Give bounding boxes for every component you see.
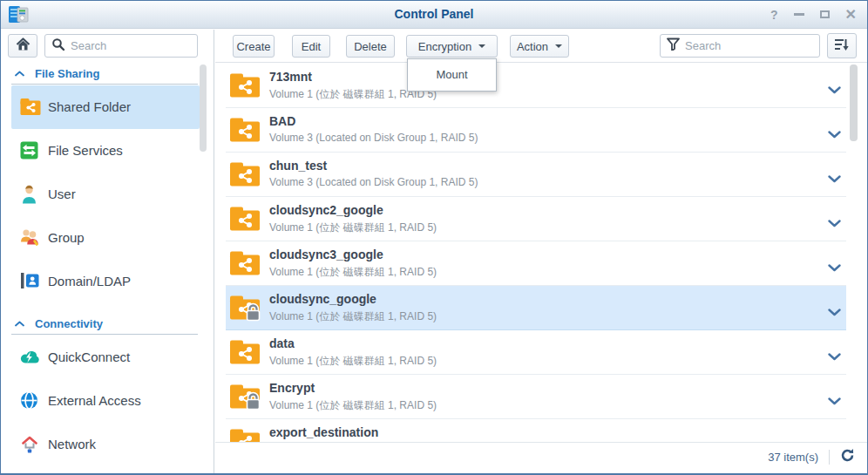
sidebar: File SharingShared FolderFile ServicesUs… (1, 30, 214, 473)
shared-folder-icon (229, 339, 261, 366)
create-button[interactable]: Create (233, 35, 275, 58)
item-count: 37 item(s) (768, 451, 818, 464)
folder-volume-info: Volume 1 (位於 磁碟群組 1, RAID 5) (269, 309, 437, 324)
button-label: Edit (302, 40, 321, 53)
section-header-connectivity[interactable]: Connectivity (1, 312, 214, 331)
minimize-button[interactable] (794, 13, 804, 16)
caret-down-icon (478, 44, 485, 51)
home-icon (16, 37, 31, 55)
home-button[interactable] (8, 34, 37, 58)
maximize-button[interactable] (820, 10, 830, 18)
sidebar-item-label: Group (48, 216, 85, 260)
maximize-icon (820, 10, 830, 18)
quickconnect-icon (20, 348, 41, 367)
folder-volume-info: Volume 3 (Located on Disk Group 1, RAID … (269, 176, 478, 188)
window-title: Control Panel (1, 1, 867, 28)
folder-row-bad[interactable]: BADVolume 3 (Located on Disk Group 1, RA… (226, 108, 846, 153)
footer-divider (829, 450, 830, 465)
folder-row-export-destination[interactable]: export_destination (226, 419, 846, 442)
sort-icon (834, 37, 850, 55)
refresh-icon (840, 448, 855, 466)
control-panel-window: Control Panel ?✕ File SharingShared Fol (0, 0, 868, 475)
folder-volume-info: Volume 3 (Located on Disk Group 1, RAID … (269, 132, 478, 144)
refresh-button[interactable] (840, 448, 855, 466)
sidebar-item-file-services[interactable]: File Services (11, 129, 200, 173)
button-label: Delete (354, 40, 387, 53)
shared-folder-icon (229, 72, 261, 99)
section-label: Connectivity (35, 317, 103, 330)
list-filter-input[interactable] (685, 39, 813, 52)
edit-button[interactable]: Edit (292, 35, 330, 58)
main-panel: CreateEditDeleteEncryptionAction (215, 30, 867, 473)
chevron-down-icon[interactable] (828, 215, 841, 231)
folder-row-chun-test[interactable]: chun_testVolume 3 (Located on Disk Group… (226, 153, 846, 197)
section-label: File Sharing (35, 67, 99, 80)
shared-folder-icon (20, 98, 41, 117)
sidebar-item-external-access[interactable]: External Access (11, 379, 200, 423)
user-icon (20, 185, 41, 204)
folder-row-cloudsync2-google[interactable]: cloudsync2_googleVolume 1 (位於 磁碟群組 1, RA… (226, 197, 846, 241)
chevron-down-icon[interactable] (828, 126, 841, 142)
sidebar-item-label: Shared Folder (48, 85, 131, 129)
shared-folder-list: 713mntVolume 1 (位於 磁碟群組 1, RAID 5)BADVol… (226, 64, 846, 442)
sidebar-item-quickconnect[interactable]: QuickConnect (11, 336, 200, 379)
folder-name: data (269, 336, 295, 350)
folder-volume-info: Volume 1 (位於 磁碟群組 1, RAID 5) (269, 221, 437, 235)
folder-volume-info: Volume 1 (位於 磁碟群組 1, RAID 5) (269, 398, 437, 413)
folder-row-cloudsync-google[interactable]: cloudsync_googleVolume 1 (位於 磁碟群組 1, RAI… (226, 286, 846, 330)
sort-button[interactable] (827, 33, 857, 58)
folder-name: 713mnt (269, 70, 312, 84)
domain-ldap-icon (20, 272, 41, 291)
titlebar: Control Panel ?✕ (1, 1, 867, 29)
sidebar-item-label: QuickConnect (48, 336, 130, 379)
folder-name: cloudsync_google (269, 292, 376, 306)
menu-item-mount[interactable]: Mount (408, 59, 496, 91)
folder-row-cloudsync3-google[interactable]: cloudsync3_googleVolume 1 (位於 磁碟群組 1, RA… (226, 241, 846, 286)
sidebar-sections: File SharingShared FolderFile ServicesUs… (1, 62, 214, 466)
folder-name: cloudsync3_google (269, 248, 383, 261)
encryption-button[interactable]: Encryption (406, 35, 498, 58)
section-divider (11, 334, 198, 335)
sidebar-item-label: User (48, 173, 76, 216)
sidebar-item-label: Network (48, 423, 96, 466)
sidebar-item-network[interactable]: Network (11, 423, 200, 466)
external-access-icon (20, 391, 41, 411)
chevron-down-icon[interactable] (828, 171, 841, 187)
chevron-down-icon[interactable] (828, 393, 841, 409)
window-controls: ?✕ (770, 1, 857, 28)
folder-row-713mnt[interactable]: 713mntVolume 1 (位於 磁碟群組 1, RAID 5) (226, 64, 846, 108)
sidebar-item-label: External Access (48, 379, 141, 423)
close-button[interactable]: ✕ (845, 8, 857, 22)
help-button[interactable]: ? (770, 9, 778, 21)
sidebar-item-group[interactable]: Group (11, 216, 200, 260)
button-label: Action (517, 40, 548, 53)
folder-name: cloudsync2_google (269, 203, 383, 217)
sidebar-scrollbar-thumb[interactable] (200, 64, 207, 152)
chevron-down-icon[interactable] (828, 349, 841, 364)
folder-name: chun_test (269, 159, 327, 173)
shared-folder-icon (229, 161, 261, 188)
sidebar-item-shared-folder[interactable]: Shared Folder (11, 85, 200, 129)
list-scrollbar-thumb[interactable] (850, 64, 858, 141)
network-icon (20, 435, 41, 454)
section-header-file-sharing[interactable]: File Sharing (1, 62, 214, 81)
group-icon (20, 228, 41, 248)
folder-row-encrypt[interactable]: EncryptVolume 1 (位於 磁碟群組 1, RAID 5) (226, 375, 846, 419)
chevron-down-icon[interactable] (828, 304, 841, 320)
list-footer: 37 item(s) (215, 442, 867, 473)
chevron-down-icon[interactable] (828, 260, 841, 275)
delete-button[interactable]: Delete (346, 35, 395, 58)
action-button[interactable]: Action (510, 35, 569, 58)
sidebar-item-domain-ldap[interactable]: Domain/LDAP (11, 260, 200, 303)
shared-folder-icon (229, 383, 261, 411)
chevron-down-icon[interactable] (828, 82, 841, 98)
sidebar-search-input[interactable] (71, 39, 191, 52)
filter-icon (667, 37, 680, 54)
section-divider (11, 84, 198, 85)
sidebar-item-user[interactable]: User (11, 173, 200, 216)
shared-folder-icon (229, 206, 261, 233)
search-icon (51, 37, 65, 55)
folder-volume-info: Volume 1 (位於 磁碟群組 1, RAID 5) (269, 354, 437, 369)
chevron-up-icon (15, 321, 24, 327)
folder-row-data[interactable]: dataVolume 1 (位於 磁碟群組 1, RAID 5) (226, 330, 846, 375)
